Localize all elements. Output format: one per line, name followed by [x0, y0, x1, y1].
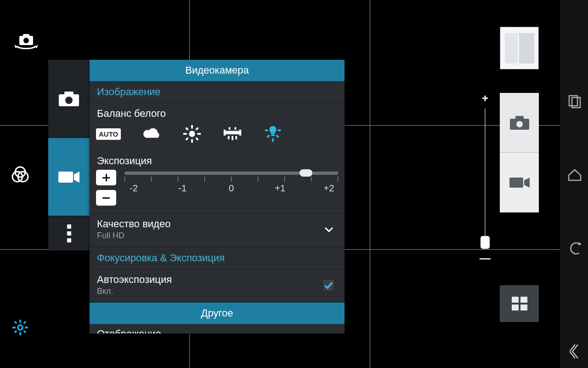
svg-rect-32 — [232, 136, 233, 140]
svg-rect-30 — [239, 130, 242, 136]
mode-more-tab[interactable] — [48, 216, 90, 251]
svg-rect-11 — [14, 321, 17, 324]
svg-rect-18 — [58, 172, 73, 183]
more-icon — [67, 224, 71, 242]
svg-rect-9 — [12, 327, 16, 328]
exposure-plus-button[interactable] — [96, 170, 116, 185]
svg-rect-2 — [23, 34, 29, 37]
svg-line-27 — [186, 138, 188, 140]
svg-rect-35 — [235, 127, 237, 129]
svg-rect-36 — [271, 134, 275, 136]
svg-point-19 — [189, 131, 195, 137]
exposure-slider-thumb[interactable] — [300, 169, 312, 177]
exposure-minus-button[interactable] — [96, 190, 116, 206]
exposure-label: Экспозиция — [90, 150, 345, 170]
white-balance-label: Баланс белого — [90, 103, 345, 122]
svg-rect-8 — [19, 332, 21, 335]
chevron-down-icon — [323, 224, 334, 235]
zoom-in-button[interactable]: + — [482, 92, 488, 105]
autoexposure-label: Автоэкспозиция — [97, 274, 172, 286]
last-shot-thumbnail[interactable] — [500, 27, 539, 69]
zoom-control: + — — [480, 92, 491, 264]
wb-fluorescent-button[interactable] — [223, 124, 242, 144]
effects-button[interactable] — [10, 166, 30, 186]
svg-point-6 — [18, 325, 23, 330]
nav-home-button[interactable] — [565, 166, 584, 184]
svg-rect-29 — [224, 130, 226, 136]
exposure-slider[interactable] — [124, 172, 338, 175]
section-peek-row: Отображение — [90, 324, 345, 334]
wb-incandescent-button[interactable] — [263, 124, 283, 144]
svg-rect-52 — [520, 297, 527, 303]
svg-line-26 — [196, 128, 198, 130]
svg-rect-13 — [23, 321, 26, 324]
svg-point-17 — [65, 97, 73, 104]
nav-back-button[interactable] — [565, 239, 584, 258]
video-quality-value: Full HD — [97, 231, 170, 241]
nav-recents-button[interactable] — [565, 92, 584, 110]
exposure-ticks — [124, 177, 338, 181]
autoexposure-value: Вкл. — [97, 287, 172, 296]
svg-rect-51 — [512, 297, 519, 303]
svg-rect-42 — [102, 197, 110, 199]
exposure-tick-labels: -2 -1 0 +1 +2 — [124, 183, 338, 194]
capture-mode-column — [500, 93, 539, 213]
svg-rect-48 — [515, 116, 524, 120]
svg-rect-54 — [520, 305, 527, 310]
zoom-out-button[interactable]: — — [480, 252, 491, 264]
section-image-header: Изображение — [90, 81, 345, 103]
autoexposure-row[interactable]: Автоэкспозиция Вкл. — [90, 269, 345, 302]
mode-video-tab[interactable] — [48, 138, 90, 216]
switch-camera-button[interactable] — [14, 32, 39, 52]
settings-gear-button[interactable] — [12, 319, 28, 336]
nav-drawer-handle[interactable] — [565, 342, 584, 361]
mode-photo-tab[interactable] — [48, 60, 90, 138]
section-focus-header: Фокусировка & Экспозиция — [90, 247, 345, 269]
wb-auto-button[interactable]: AUTO — [96, 128, 121, 140]
video-quality-row[interactable]: Качество видео Full HD — [90, 213, 345, 247]
zoom-slider[interactable] — [485, 109, 486, 248]
svg-line-25 — [196, 138, 198, 140]
video-settings-panel: Видеокамера Изображение Баланс белого AU… — [90, 60, 345, 334]
svg-rect-10 — [25, 327, 28, 328]
svg-rect-16 — [64, 92, 74, 95]
svg-line-40 — [277, 135, 279, 138]
svg-rect-44 — [505, 33, 518, 63]
white-balance-row: AUTO — [90, 122, 345, 150]
svg-rect-31 — [228, 136, 230, 139]
svg-rect-12 — [23, 330, 26, 333]
capture-video-button[interactable] — [500, 153, 539, 213]
mode-tabs — [48, 60, 90, 251]
zoom-slider-thumb[interactable] — [481, 236, 490, 249]
svg-rect-28 — [226, 131, 240, 134]
svg-rect-7 — [19, 320, 21, 323]
autoexposure-checkbox[interactable] — [322, 279, 334, 291]
panel-title: Видеокамера — [90, 60, 345, 81]
svg-point-49 — [516, 121, 523, 127]
svg-rect-14 — [14, 330, 17, 333]
svg-rect-50 — [509, 178, 523, 188]
svg-rect-33 — [236, 136, 237, 139]
capture-photo-button[interactable] — [500, 93, 539, 153]
svg-line-24 — [186, 128, 188, 130]
svg-point-1 — [23, 38, 29, 43]
section-other-header[interactable]: Другое — [90, 302, 345, 324]
wb-cloudy-button[interactable] — [142, 124, 161, 144]
svg-line-39 — [267, 135, 270, 138]
system-nav-rail — [560, 0, 588, 368]
svg-rect-53 — [512, 305, 519, 310]
wb-daylight-button[interactable] — [182, 124, 202, 144]
svg-rect-45 — [520, 33, 534, 63]
video-quality-label: Качество видео — [97, 218, 170, 230]
app-grid-button[interactable] — [500, 285, 539, 322]
gridline — [370, 0, 370, 368]
svg-rect-34 — [229, 127, 231, 129]
